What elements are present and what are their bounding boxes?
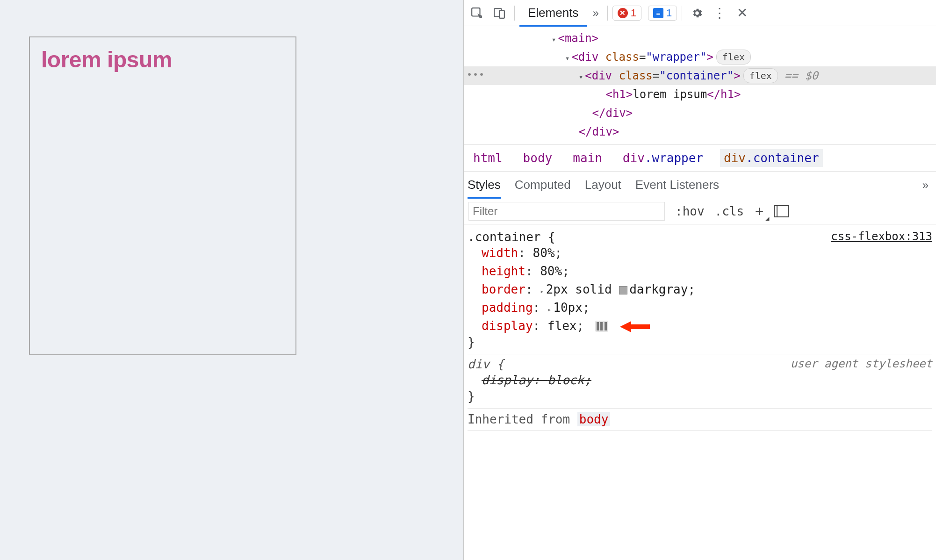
kebab-icon[interactable]: ⋮: [709, 3, 730, 23]
container-element[interactable]: lorem ipsum: [29, 36, 296, 355]
crumb-body[interactable]: body: [519, 149, 556, 167]
subtab-layout[interactable]: Layout: [585, 172, 621, 198]
errors-badge[interactable]: ✕ 1: [612, 6, 641, 21]
inherited-label: Inherited from: [468, 412, 570, 426]
styles-subtabs: Styles Computed Layout Event Listeners »: [464, 172, 936, 198]
close-icon[interactable]: ✕: [732, 3, 752, 23]
hov-toggle[interactable]: :hov: [675, 204, 705, 218]
message-icon: ≡: [653, 8, 663, 18]
rule-close-brace: }: [468, 389, 932, 403]
dom-close-container[interactable]: </div>: [464, 104, 936, 122]
rendered-page: lorem ipsum: [0, 0, 463, 560]
errors-count: 1: [631, 7, 636, 19]
inherited-from-body[interactable]: Inherited from body: [468, 409, 932, 431]
rule-container[interactable]: .container { css-flexbox:313 width: 80%;…: [468, 227, 932, 354]
styles-pane[interactable]: .container { css-flexbox:313 width: 80%;…: [464, 224, 936, 560]
flex-badge[interactable]: flex: [716, 50, 751, 65]
new-rule-button[interactable]: ＋ ◢: [752, 201, 766, 221]
svg-rect-2: [499, 10, 504, 18]
expand-shorthand-icon[interactable]: ▸: [547, 305, 551, 315]
inherited-selector[interactable]: body: [577, 412, 611, 426]
tabs-overflow-icon[interactable]: »: [589, 7, 602, 20]
rule-close-brace: }: [468, 335, 932, 349]
subtabs-overflow-icon[interactable]: »: [922, 179, 932, 192]
device-toolbar-icon[interactable]: [489, 3, 510, 23]
subtab-computed[interactable]: Computed: [515, 172, 571, 198]
dom-node-main[interactable]: <<main>main>: [464, 29, 936, 48]
filter-input[interactable]: [468, 202, 665, 221]
page-heading: lorem ipsum: [41, 47, 172, 350]
crumb-main[interactable]: main: [569, 149, 606, 167]
dom-node-wrapper[interactable]: <div class="wrapper">flex: [464, 48, 936, 66]
ellipsis-icon: •••: [467, 67, 485, 81]
messages-badge[interactable]: ≡ 1: [648, 6, 677, 21]
decl-width[interactable]: width: 80%;: [482, 244, 932, 262]
rule-source-link[interactable]: css-flexbox:313: [831, 230, 932, 243]
breadcrumb: html body main div.wrapper div.container: [464, 144, 936, 172]
decl-display-flex[interactable]: display: flex;: [482, 317, 932, 335]
decl-height[interactable]: height: 80%;: [482, 262, 932, 280]
expand-shorthand-icon[interactable]: ▸: [540, 287, 544, 296]
color-swatch[interactable]: [619, 286, 627, 294]
dom-node-h1[interactable]: <h1>lorem ipsum</h1>: [464, 85, 936, 104]
dom-tree[interactable]: <<main>main> <div class="wrapper">flex •…: [464, 26, 936, 144]
subtab-event-listeners[interactable]: Event Listeners: [635, 172, 719, 198]
crumb-container[interactable]: div.container: [720, 149, 823, 167]
decl-border[interactable]: border: ▸2px solid darkgray;: [482, 280, 932, 299]
rule-div-ua[interactable]: div { user agent stylesheet display: blo…: [468, 354, 932, 409]
styles-filter-bar: :hov .cls ＋ ◢: [464, 198, 936, 224]
crumb-wrapper[interactable]: div.wrapper: [619, 149, 707, 167]
triangle-icon: ◢: [765, 215, 769, 222]
annotation-arrow-icon: [620, 320, 650, 334]
dom-close-wrapper[interactable]: </div>: [464, 122, 936, 141]
messages-count: 1: [666, 7, 672, 19]
flexbox-editor-icon[interactable]: [595, 321, 608, 332]
toggle-sidebar-icon[interactable]: [774, 205, 789, 217]
decl-padding[interactable]: padding: ▸10px;: [482, 299, 932, 317]
separator: [514, 6, 515, 21]
crumb-html[interactable]: html: [469, 149, 506, 167]
decl-display-block[interactable]: display: block;: [482, 371, 932, 389]
plus-icon: ＋: [752, 203, 766, 218]
gear-icon[interactable]: [687, 3, 707, 23]
subtab-styles[interactable]: Styles: [468, 172, 501, 198]
console-ref: == $0: [785, 69, 818, 82]
separator: [682, 6, 682, 21]
cls-toggle[interactable]: .cls: [715, 204, 744, 218]
flex-badge[interactable]: flex: [743, 68, 778, 83]
rule-selector[interactable]: div {: [468, 357, 504, 371]
dom-node-container[interactable]: ••• <div class="container">flex== $0: [464, 66, 936, 85]
rule-source-ua: user agent stylesheet: [791, 357, 932, 370]
tab-elements[interactable]: Elements: [519, 0, 587, 26]
inspect-icon[interactable]: [467, 3, 487, 23]
separator: [607, 6, 608, 21]
devtools-panel: Elements » ✕ 1 ≡ 1 ⋮ ✕ <<main>main> <div…: [463, 0, 936, 560]
devtools-tabbar: Elements » ✕ 1 ≡ 1 ⋮ ✕: [464, 0, 936, 26]
error-icon: ✕: [618, 8, 628, 18]
rule-selector[interactable]: .container {: [468, 230, 555, 244]
